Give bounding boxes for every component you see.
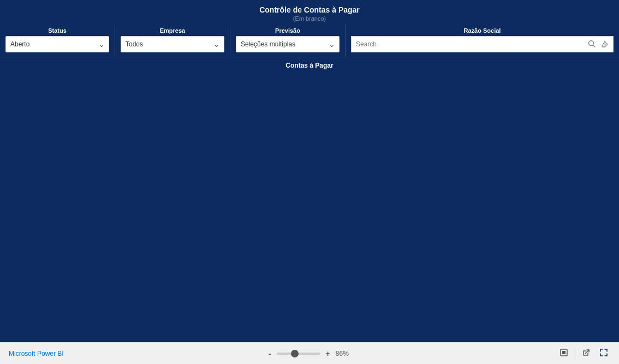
powerbi-link[interactable]: Microsoft Power BI xyxy=(9,350,64,357)
report-area: Contrôle de Contas à Pagar (Em branco) S… xyxy=(0,0,619,342)
status-label: Status xyxy=(5,24,109,36)
svg-line-1 xyxy=(593,45,596,47)
svg-line-2 xyxy=(604,43,606,45)
share-button[interactable] xyxy=(580,347,593,360)
status-select-wrapper: Aberto Fechado Todos xyxy=(5,36,109,52)
search-button[interactable] xyxy=(586,39,598,50)
razao-social-filter-col: Razão Social xyxy=(346,24,619,57)
previsao-select[interactable]: Seleções múltiplas Janeiro Fevereiro xyxy=(236,36,340,52)
status-select[interactable]: Aberto Fechado Todos xyxy=(5,36,109,52)
fit-page-button[interactable] xyxy=(557,347,570,360)
zoom-slider[interactable] xyxy=(277,353,320,355)
share-icon xyxy=(582,348,591,357)
razao-social-label: Razão Social xyxy=(351,24,614,36)
previsao-filter-col: Previsão Seleções múltiplas Janeiro Feve… xyxy=(230,24,346,57)
empresa-select-wrapper: Todos Empresa 1 Empresa 2 xyxy=(121,36,224,52)
zoom-minus-button[interactable]: - xyxy=(266,348,273,359)
section-label: Contas à Pagar xyxy=(0,57,619,71)
report-subtitle: (Em branco) xyxy=(0,15,619,22)
status-filter-col: Status Aberto Fechado Todos xyxy=(0,24,115,57)
empresa-filter-col: Empresa Todos Empresa 1 Empresa 2 xyxy=(115,24,230,57)
bottom-bar: Microsoft Power BI - + 86% xyxy=(0,342,619,364)
filters-bar: Status Aberto Fechado Todos Empresa Todo… xyxy=(0,24,619,57)
bottom-right-icons xyxy=(557,347,610,360)
empresa-label: Empresa xyxy=(121,24,224,36)
content-area xyxy=(0,71,619,342)
eraser-button[interactable] xyxy=(599,39,611,50)
main-container: Contrôle de Contas à Pagar (Em branco) S… xyxy=(0,0,619,364)
report-header: Contrôle de Contas à Pagar (Em branco) xyxy=(0,0,619,24)
separator xyxy=(575,349,575,359)
previsao-label: Previsão xyxy=(236,24,340,36)
zoom-plus-button[interactable]: + xyxy=(324,348,332,359)
zoom-value-label: 86% xyxy=(336,350,355,357)
zoom-controls: - + 86% xyxy=(266,348,355,359)
fullscreen-icon xyxy=(599,348,608,357)
eraser-icon xyxy=(601,40,609,47)
fit-page-icon xyxy=(560,348,568,357)
empresa-select[interactable]: Todos Empresa 1 Empresa 2 xyxy=(121,36,224,52)
svg-rect-5 xyxy=(562,351,566,354)
svg-line-6 xyxy=(585,350,589,354)
previsao-select-wrapper: Seleções múltiplas Janeiro Fevereiro xyxy=(236,36,340,52)
report-title: Contrôle de Contas à Pagar xyxy=(0,5,619,14)
razao-social-box xyxy=(351,36,614,52)
search-input[interactable] xyxy=(354,40,586,48)
fullscreen-button[interactable] xyxy=(597,347,610,360)
search-icon xyxy=(588,40,596,47)
